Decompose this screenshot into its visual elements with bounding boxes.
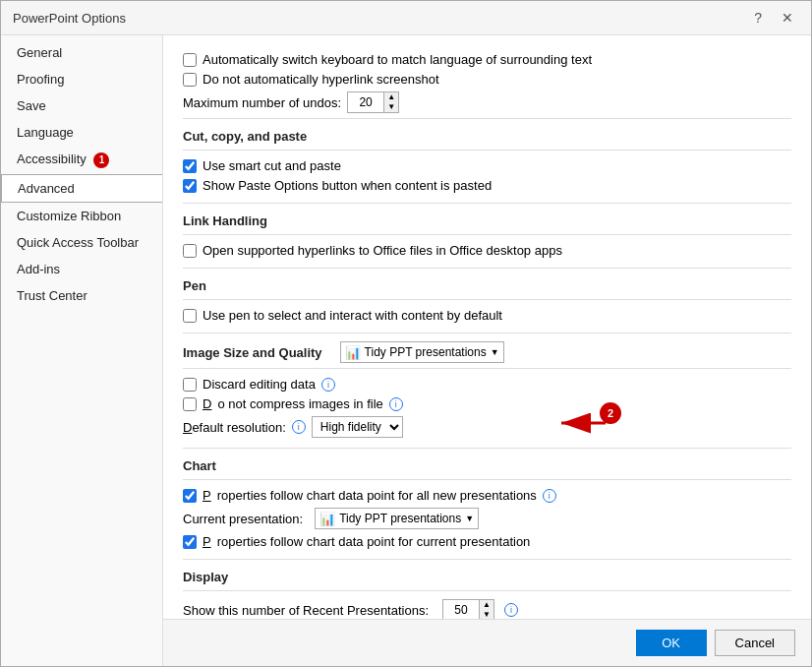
dialog-body: General Proofing Save Language Accessibi… bbox=[1, 35, 811, 666]
resolution-label: Default resolution: bbox=[183, 420, 286, 435]
current-pres-label: Current presentation: bbox=[183, 512, 303, 526]
no-compress-checkbox[interactable] bbox=[183, 397, 197, 411]
help-button[interactable]: ? bbox=[748, 9, 768, 27]
resolution-row: Default resolution: i High fidelity 96 p… bbox=[183, 416, 791, 438]
dialog-title: PowerPoint Options bbox=[13, 11, 126, 26]
max-undos-row: Maximum number of undos: 20 ▲ ▼ bbox=[183, 91, 791, 113]
image-size-dropdown[interactable]: 📊 Tidy PPT presentations ▼ bbox=[340, 341, 504, 363]
max-undos-input[interactable]: 20 bbox=[348, 92, 383, 112]
sidebar-label-trust-center: Trust Center bbox=[17, 288, 87, 303]
sidebar-item-general[interactable]: General bbox=[1, 39, 162, 66]
resolution-info-icon[interactable]: i bbox=[292, 420, 306, 434]
recent-pres-info-icon[interactable]: i bbox=[504, 603, 518, 617]
cancel-button[interactable]: Cancel bbox=[715, 630, 795, 656]
pen-select-label: Use pen to select and interact with cont… bbox=[203, 308, 502, 323]
sidebar-item-add-ins[interactable]: Add-ins bbox=[1, 256, 162, 282]
link-handling-header: Link Handling bbox=[183, 213, 791, 228]
main-content: Automatically switch keyboard to match l… bbox=[163, 35, 811, 666]
recent-pres-spinner[interactable]: 50 ▲ ▼ bbox=[442, 599, 494, 619]
max-undos-down[interactable]: ▼ bbox=[384, 102, 398, 112]
open-hyperlinks-label: Open supported hyperlinks to Office file… bbox=[203, 243, 562, 258]
cut-copy-paste-header: Cut, copy, and paste bbox=[183, 129, 791, 144]
open-hyperlinks-row: Open supported hyperlinks to Office file… bbox=[183, 243, 791, 258]
discard-editing-info-icon[interactable]: i bbox=[321, 378, 335, 392]
recent-pres-label: Show this number of Recent Presentations… bbox=[183, 603, 429, 618]
recent-pres-up[interactable]: ▲ bbox=[480, 600, 493, 610]
sidebar-label-general: General bbox=[17, 45, 62, 60]
smart-cut-label: Use smart cut and paste bbox=[203, 158, 341, 173]
sidebar-label-add-ins: Add-ins bbox=[17, 262, 60, 276]
no-compress-row: Do not compress images in file i bbox=[183, 396, 791, 411]
current-pres-dropdown[interactable]: 📊 Tidy PPT presentations ▼ bbox=[315, 508, 479, 529]
title-bar: PowerPoint Options ? ✕ bbox=[1, 1, 811, 35]
max-undos-label: Maximum number of undos: bbox=[183, 95, 341, 110]
annotation-arrow bbox=[497, 408, 615, 438]
sidebar-label-proofing: Proofing bbox=[17, 72, 64, 87]
sidebar-label-quick-access: Quick Access Toolbar bbox=[17, 235, 139, 250]
sidebar-item-customize-ribbon[interactable]: Customize Ribbon bbox=[1, 203, 162, 229]
chart-header: Chart bbox=[183, 458, 791, 473]
smart-cut-row: Use smart cut and paste bbox=[183, 158, 791, 173]
no-compress-label: Do not compress images in file bbox=[203, 396, 383, 411]
accessibility-badge: 1 bbox=[93, 152, 109, 168]
recent-pres-down[interactable]: ▼ bbox=[480, 610, 493, 619]
props-all-checkbox[interactable] bbox=[183, 489, 197, 503]
no-hyperlink-label: Do not automatically hyperlink screensho… bbox=[203, 72, 439, 87]
title-bar-controls: ? ✕ bbox=[748, 9, 799, 27]
sidebar: General Proofing Save Language Accessibi… bbox=[1, 35, 163, 666]
recent-pres-input[interactable]: 50 bbox=[443, 600, 479, 619]
props-all-label: PProperties follow chart data point for … bbox=[203, 488, 537, 503]
sidebar-label-advanced: Advanced bbox=[18, 181, 75, 196]
sidebar-item-quick-access[interactable]: Quick Access Toolbar bbox=[1, 229, 162, 256]
ppt-icon: 📊 bbox=[345, 345, 361, 360]
discard-editing-row: Discard editing data i bbox=[183, 377, 791, 392]
auto-switch-kb-label: Automatically switch keyboard to match l… bbox=[203, 52, 592, 67]
image-size-dropdown-label: Tidy PPT presentations bbox=[365, 345, 487, 359]
scrollable-area[interactable]: Automatically switch keyboard to match l… bbox=[163, 35, 811, 619]
ok-button[interactable]: OK bbox=[636, 630, 707, 656]
sidebar-item-accessibility[interactable]: Accessibility 1 bbox=[1, 146, 162, 174]
no-hyperlink-checkbox[interactable] bbox=[183, 73, 197, 87]
close-button[interactable]: ✕ bbox=[776, 9, 799, 27]
props-all-info-icon[interactable]: i bbox=[543, 489, 556, 503]
current-pres-ppt-icon: 📊 bbox=[319, 512, 335, 526]
props-current-checkbox[interactable] bbox=[183, 535, 197, 549]
sidebar-item-save[interactable]: Save bbox=[1, 92, 162, 119]
props-current-label: Properties follow chart data point for c… bbox=[203, 534, 530, 549]
sidebar-item-advanced[interactable]: Advanced bbox=[1, 174, 162, 203]
discard-editing-label: Discard editing data bbox=[203, 377, 316, 392]
bottom-bar: OK Cancel bbox=[163, 619, 811, 666]
image-size-header: Image Size and Quality bbox=[183, 345, 322, 360]
auto-switch-kb-checkbox[interactable] bbox=[183, 53, 197, 67]
discard-editing-checkbox[interactable] bbox=[183, 378, 197, 392]
props-current-row: Properties follow chart data point for c… bbox=[183, 534, 791, 549]
no-compress-info-icon[interactable]: i bbox=[389, 397, 403, 411]
sidebar-label-save: Save bbox=[17, 98, 46, 113]
sidebar-label-language: Language bbox=[17, 125, 74, 140]
props-all-row: PProperties follow chart data point for … bbox=[183, 488, 791, 503]
open-hyperlinks-checkbox[interactable] bbox=[183, 244, 197, 258]
current-pres-row: Current presentation: 📊 Tidy PPT present… bbox=[183, 508, 791, 529]
resolution-dropdown[interactable]: High fidelity 96 ppi 150 ppi 220 ppi 330… bbox=[312, 416, 403, 438]
sidebar-label-customize-ribbon: Customize Ribbon bbox=[17, 209, 121, 223]
pen-select-checkbox[interactable] bbox=[183, 309, 197, 323]
display-header: Display bbox=[183, 570, 791, 584]
image-size-header-row: Image Size and Quality 📊 Tidy PPT presen… bbox=[183, 341, 791, 363]
max-undos-spinner[interactable]: 20 ▲ ▼ bbox=[347, 91, 399, 113]
annotation-badge-2: 2 bbox=[600, 402, 621, 424]
smart-cut-checkbox[interactable] bbox=[183, 159, 197, 173]
paste-options-row: Show Paste Options button when content i… bbox=[183, 178, 791, 193]
max-undos-up[interactable]: ▲ bbox=[384, 92, 398, 102]
no-hyperlink-row: Do not automatically hyperlink screensho… bbox=[183, 72, 791, 87]
paste-options-checkbox[interactable] bbox=[183, 179, 197, 193]
pen-header: Pen bbox=[183, 278, 791, 293]
recent-pres-spinner-buttons: ▲ ▼ bbox=[479, 600, 493, 619]
current-pres-dropdown-label: Tidy PPT presentations bbox=[339, 512, 461, 525]
sidebar-item-language[interactable]: Language bbox=[1, 119, 162, 146]
powerpoint-options-dialog: PowerPoint Options ? ✕ General Proofing … bbox=[0, 0, 812, 667]
recent-pres-row: Show this number of Recent Presentations… bbox=[183, 599, 791, 619]
sidebar-item-proofing[interactable]: Proofing bbox=[1, 66, 162, 92]
sidebar-item-trust-center[interactable]: Trust Center bbox=[1, 282, 162, 309]
current-pres-dropdown-arrow: ▼ bbox=[465, 514, 474, 523]
max-undos-spinner-buttons: ▲ ▼ bbox=[383, 92, 398, 112]
